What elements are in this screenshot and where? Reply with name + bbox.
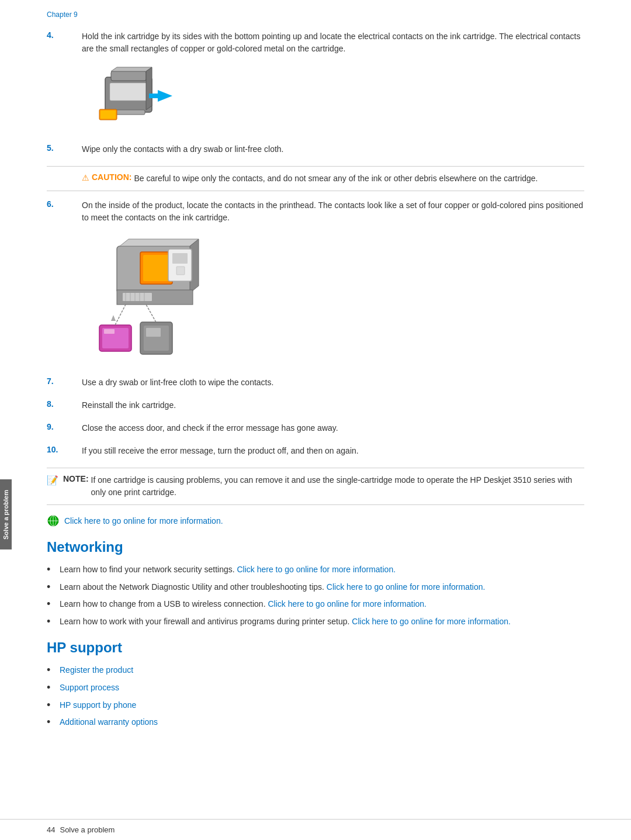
- step-8: 8. Reinstall the ink cartridge.: [47, 399, 584, 412]
- step-9-number: 9.: [47, 422, 82, 434]
- svg-rect-13: [143, 255, 169, 281]
- networking-link-4[interactable]: Click here to go online for more informa…: [352, 617, 511, 626]
- step-6: 6. On the inside of the product, locate …: [47, 199, 584, 224]
- step-5-number: 5.: [47, 143, 82, 155]
- networking-item-3: • Learn how to change from a USB to wire…: [47, 598, 584, 611]
- footer-page-number: 44: [47, 825, 55, 834]
- caution-label: CAUTION:: [92, 172, 131, 182]
- step-4-image-container: [82, 65, 584, 132]
- caution-icon: ⚠: [82, 173, 89, 182]
- svg-rect-1: [111, 71, 146, 81]
- step-10-number: 10.: [47, 445, 82, 457]
- step-10: 10. If you still receive the error messa…: [47, 445, 584, 457]
- networking-item-1-text: Learn how to find your network security …: [60, 564, 396, 576]
- caution-text: Be careful to wipe only the contacts, an…: [134, 172, 538, 185]
- online-link[interactable]: Click here to go online for more informa…: [64, 516, 223, 526]
- svg-rect-3: [110, 83, 147, 101]
- caution-box: ⚠ CAUTION: Be careful to wipe only the c…: [47, 166, 584, 191]
- step-8-number: 8.: [47, 399, 82, 412]
- step-6-text: On the inside of the product, locate the…: [82, 199, 584, 224]
- networking-item-4-text: Learn how to work with your firewall and…: [60, 616, 511, 628]
- note-label: NOTE:: [63, 474, 89, 483]
- svg-rect-18: [123, 293, 152, 301]
- svg-rect-26: [104, 329, 115, 334]
- step-4-number: 4.: [47, 30, 82, 55]
- hp-support-item-2: • Support process: [47, 682, 584, 694]
- networking-title: Networking: [47, 539, 584, 555]
- svg-rect-16: [176, 267, 185, 275]
- step-5: 5. Wipe only the contacts with a dry swa…: [47, 143, 584, 155]
- step-7: 7. Use a dry swab or lint-free cloth to …: [47, 376, 584, 389]
- chapter-number: Chapter 9: [47, 11, 78, 19]
- footer: 44 Solve a problem: [0, 819, 631, 840]
- networking-link-1[interactable]: Click here to go online for more informa…: [237, 565, 396, 574]
- hp-support-link-1[interactable]: Register the product: [60, 664, 133, 676]
- svg-marker-6: [149, 90, 172, 102]
- networking-item-2: • Learn about the Network Diagnostic Uti…: [47, 581, 584, 594]
- hp-support-list: • Register the product • Support process…: [47, 664, 584, 728]
- step-7-text: Use a dry swab or lint-free cloth to wip…: [82, 376, 584, 389]
- svg-rect-29: [146, 328, 161, 337]
- hp-support-link-3[interactable]: HP support by phone: [60, 699, 136, 711]
- hp-support-link-4[interactable]: Additional warranty options: [60, 716, 158, 728]
- step-6-number: 6.: [47, 199, 82, 224]
- step-10-text: If you still receive the error message, …: [82, 445, 584, 457]
- step-4: 4. Hold the ink cartridge by its sides w…: [47, 30, 584, 55]
- note-icon: 📝: [47, 475, 58, 486]
- svg-rect-15: [172, 253, 188, 264]
- side-tab-label: Solve a problem: [2, 490, 9, 540]
- footer-section-text: Solve a problem: [60, 825, 115, 834]
- note-text: If one cartridge is causing problems, yo…: [91, 474, 584, 499]
- svg-line-32: [146, 305, 156, 322]
- networking-item-2-text: Learn about the Network Diagnostic Utili…: [60, 581, 485, 593]
- step-9-text: Close the access door, and check if the …: [82, 422, 584, 434]
- networking-item-3-text: Learn how to change from a USB to wirele…: [60, 598, 427, 610]
- networking-item-1: • Learn how to find your network securit…: [47, 564, 584, 576]
- svg-marker-30: [111, 315, 116, 321]
- printhead-image: [82, 234, 234, 363]
- step-8-text: Reinstall the ink cartridge.: [82, 399, 584, 412]
- svg-line-31: [115, 305, 126, 325]
- svg-marker-10: [120, 239, 199, 246]
- step-9: 9. Close the access door, and check if t…: [47, 422, 584, 434]
- hp-support-item-3: • HP support by phone: [47, 699, 584, 712]
- hp-support-link-2[interactable]: Support process: [60, 682, 119, 694]
- hp-support-item-4: • Additional warranty options: [47, 716, 584, 729]
- step-6-image-container: [82, 234, 584, 365]
- step-5-text: Wipe only the contacts with a dry swab o…: [82, 143, 584, 155]
- step-7-number: 7.: [47, 376, 82, 389]
- hp-support-title: HP support: [47, 639, 584, 656]
- online-link-row: Click here to go online for more informa…: [47, 514, 584, 527]
- chapter-label: Chapter 9: [0, 0, 631, 25]
- step-4-text: Hold the ink cartridge by its sides with…: [82, 30, 584, 55]
- hp-support-item-1: • Register the product: [47, 664, 584, 677]
- networking-item-4: • Learn how to work with your firewall a…: [47, 616, 584, 628]
- svg-marker-5: [146, 67, 152, 110]
- side-tab: Solve a problem: [0, 479, 12, 549]
- globe-icon: [47, 514, 60, 527]
- networking-link-2[interactable]: Click here to go online for more informa…: [327, 582, 486, 592]
- svg-rect-8: [100, 110, 116, 119]
- svg-marker-4: [111, 67, 152, 71]
- ink-cartridge-image-1: [82, 65, 187, 130]
- main-content: 4. Hold the ink cartridge by its sides w…: [0, 25, 631, 776]
- networking-list: • Learn how to find your network securit…: [47, 564, 584, 628]
- networking-link-3[interactable]: Click here to go online for more informa…: [268, 599, 427, 609]
- note-box: 📝 NOTE: If one cartridge is causing prob…: [47, 468, 584, 505]
